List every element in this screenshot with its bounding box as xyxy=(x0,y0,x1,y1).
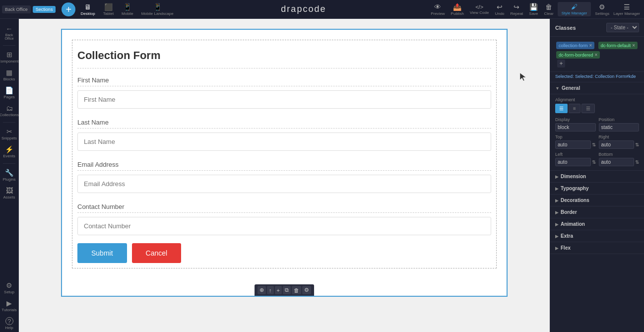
help-label: Help xyxy=(5,326,13,330)
general-section-toggle[interactable]: General xyxy=(550,82,644,94)
add-section-button[interactable]: + xyxy=(62,2,75,16)
sidebar-item-collections[interactable]: 🗂 Collections xyxy=(0,102,18,119)
device-tab-desktop[interactable]: 🖥 Desktop xyxy=(77,2,98,17)
sidebar-item-components[interactable]: ⊞ Components xyxy=(0,49,18,66)
submit-button[interactable]: Submit xyxy=(77,243,127,263)
form-input-lastname[interactable] xyxy=(77,133,491,151)
app: Back Office Sections + 🖥 Desktop ⬛ Table… xyxy=(0,0,644,332)
top-input[interactable] xyxy=(555,140,591,149)
align-right-button[interactable]: ☰ xyxy=(581,104,595,113)
display-label: Display xyxy=(555,117,596,122)
top-group: Top ⇅ xyxy=(555,134,596,149)
display-select[interactable]: block xyxy=(555,123,596,132)
typography-section-toggle[interactable]: Typography xyxy=(550,183,644,195)
sidebar-item-setup[interactable]: ⚙ Setup xyxy=(0,279,18,296)
save-button[interactable]: 💾 Save xyxy=(529,3,538,16)
toolbar-up-button[interactable]: ↑ xyxy=(267,286,274,294)
help-icon: ? xyxy=(5,317,13,325)
align-left-button[interactable]: ☰ xyxy=(555,104,568,113)
toolbar-delete-button[interactable]: 🗑 xyxy=(292,286,301,294)
logo: drapcode xyxy=(281,4,326,14)
form-container[interactable]: Collection Form First Name Last Name xyxy=(72,40,497,268)
section-container[interactable]: Collection Form First Name Last Name xyxy=(61,29,508,297)
pages-icon: 📄 xyxy=(5,86,13,94)
toolbar-gear-button[interactable]: ⚙ xyxy=(302,286,311,294)
toolbar-copy-button[interactable]: ⧉ xyxy=(283,286,291,294)
top-spinner[interactable]: ⇅ xyxy=(592,142,596,147)
sidebar-item-plugins[interactable]: 🔧 Plugins xyxy=(0,167,18,184)
blocks-label: Blocks xyxy=(3,77,15,81)
landscape-icon: 📱 xyxy=(153,3,162,11)
sidebar-item-assets[interactable]: 🖼 Assets xyxy=(0,185,18,201)
selected-info: Selected: Selected: Collection Form#kde xyxy=(550,72,644,82)
sidebar-item-blocks[interactable]: ▦ Blocks xyxy=(0,66,18,83)
view-code-icon: </> xyxy=(475,4,483,10)
right-spinner[interactable]: ⇅ xyxy=(635,142,639,147)
device-tab-tablet[interactable]: ⬛ Tablet xyxy=(100,2,117,17)
sidebar-item-back-office[interactable]: ← Back Office xyxy=(0,23,18,42)
mobile-label: Mobile xyxy=(122,11,133,16)
device-tab-landscape[interactable]: 📱 Mobile Landscape xyxy=(138,2,177,17)
extra-section-toggle[interactable]: Extra xyxy=(550,230,644,242)
style-manager-icon: 🖌 xyxy=(571,3,578,10)
components-label: Components xyxy=(0,59,20,64)
snippets-icon: ✂ xyxy=(6,128,12,135)
sidebar-item-events[interactable]: ⚡ Events xyxy=(0,143,18,160)
sections-badge[interactable]: Sections xyxy=(33,6,56,13)
class-tag-dc-form-bordered[interactable]: dc-form-bordered × xyxy=(556,51,600,59)
position-select[interactable]: static xyxy=(599,123,640,132)
dimension-section-toggle[interactable]: Dimension xyxy=(550,171,644,183)
layer-manager-button[interactable]: ☰ Layer Manager xyxy=(613,3,640,16)
form-input-contact[interactable] xyxy=(77,217,491,235)
undo-label: Undo xyxy=(495,11,504,16)
style-manager-button[interactable]: 🖌 Style Manager xyxy=(558,2,591,16)
back-office-button[interactable]: Back Office xyxy=(2,5,31,13)
device-tab-mobile[interactable]: 📱 Mobile xyxy=(119,2,136,17)
left-group: Left ⇅ xyxy=(555,152,596,166)
sidebar-item-pages[interactable]: 📄 Pages xyxy=(0,84,18,101)
border-section-toggle[interactable]: Border xyxy=(550,206,644,218)
form-label-contact: Contact Number xyxy=(77,201,491,212)
canvas-bottom-toolbar: ⊕ ↑ + ⧉ 🗑 ⚙ xyxy=(255,284,314,296)
class-tag-collection-form[interactable]: collection-form × xyxy=(556,42,594,49)
repeat-button[interactable]: ↪ Repeat xyxy=(511,3,523,16)
left-input[interactable] xyxy=(555,158,591,166)
clear-button[interactable]: 🗑 Clear xyxy=(544,3,554,16)
undo-button[interactable]: ↩ Undo xyxy=(495,3,504,16)
border-section-title: Border xyxy=(561,209,577,215)
preview-button[interactable]: 👁 Preview xyxy=(431,3,445,16)
class-tag-dc-form-default[interactable]: dc-form-default × xyxy=(598,42,638,49)
animation-section-toggle[interactable]: Animation xyxy=(550,218,644,230)
bottom-spinner[interactable]: ⇅ xyxy=(635,159,639,165)
sidebar-item-snippets[interactable]: ✂ Snippets xyxy=(0,126,18,142)
form-input-firstname[interactable] xyxy=(77,90,491,109)
flex-arrow-icon xyxy=(555,246,559,251)
class-tag-remove-3[interactable]: × xyxy=(595,52,598,58)
canvas-area[interactable]: Collection Form First Name Last Name xyxy=(19,19,550,332)
state-dropdown[interactable]: - State - xyxy=(606,23,639,32)
flex-section-toggle[interactable]: Flex xyxy=(550,242,644,254)
sidebar-item-help[interactable]: ? Help xyxy=(0,315,18,332)
view-code-button[interactable]: </> View Code xyxy=(470,4,489,15)
right-input[interactable] xyxy=(599,140,635,149)
toolbar-add-button[interactable]: + xyxy=(275,286,282,294)
selected-info-label: Selected: xyxy=(555,74,575,79)
publish-button[interactable]: 📤 Publish xyxy=(451,3,464,16)
sidebar-item-tutorials[interactable]: ▶ Tutorials xyxy=(0,297,18,314)
class-tag-remove-2[interactable]: × xyxy=(632,43,635,48)
form-input-email[interactable] xyxy=(77,175,491,193)
decorations-section-toggle[interactable]: Decorations xyxy=(550,195,644,206)
components-icon: ⊞ xyxy=(6,51,12,59)
cancel-button[interactable]: Cancel xyxy=(132,243,182,263)
align-center-button[interactable]: ≡ xyxy=(569,104,580,113)
settings-button[interactable]: ⚙ Settings xyxy=(595,3,609,16)
left-spinner[interactable]: ⇅ xyxy=(592,159,596,165)
class-tag-remove-1[interactable]: × xyxy=(589,43,592,48)
decorations-arrow-icon xyxy=(555,198,559,203)
dimension-section-title: Dimension xyxy=(561,174,586,179)
add-class-button[interactable]: + xyxy=(557,60,565,67)
toolbar-target-button[interactable]: ⊕ xyxy=(258,286,266,294)
bottom-input[interactable] xyxy=(599,158,635,166)
form-field-email-header: Email Address xyxy=(77,159,491,171)
pages-label: Pages xyxy=(3,95,15,99)
